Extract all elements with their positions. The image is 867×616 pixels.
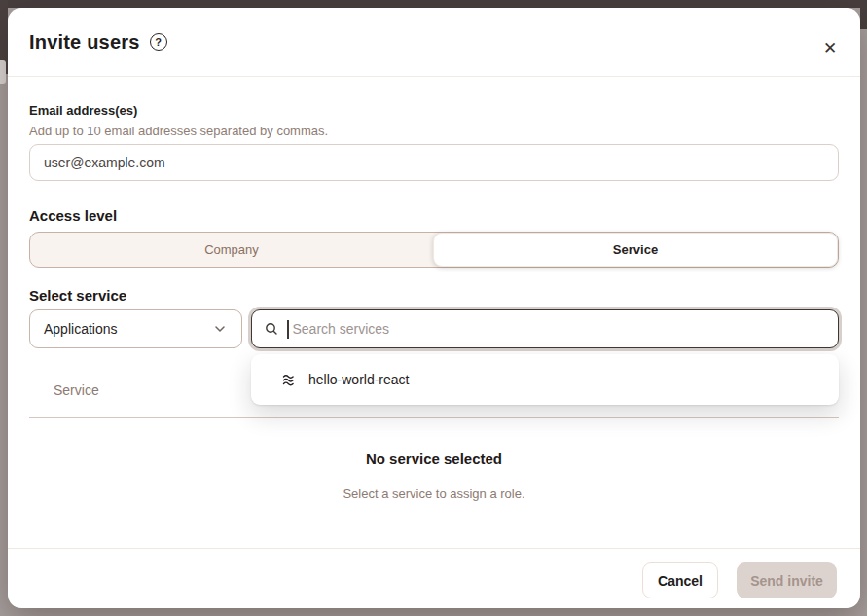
send-invite-button[interactable]: Send invite [737, 562, 837, 598]
background-page-right [860, 0, 867, 29]
empty-state-title: No service selected [8, 451, 860, 467]
service-type-select-value: Applications [44, 321, 118, 337]
background-page-fragment [0, 60, 6, 84]
search-placeholder: Search services [293, 321, 390, 337]
invite-users-modal: Invite users ? ✕ Email address(es) Add u… [8, 8, 860, 608]
text-cursor [287, 320, 289, 339]
empty-state-subtitle: Select a service to assign a role. [8, 487, 860, 501]
chevron-down-icon [212, 321, 228, 337]
search-services-input[interactable]: Search services [251, 309, 839, 348]
modal-title: Invite users [29, 31, 140, 54]
footer-divider [8, 548, 860, 549]
email-field[interactable] [29, 144, 839, 181]
select-service-label: Select service [29, 287, 126, 304]
search-result-item[interactable]: hello-world-react [280, 372, 409, 388]
segment-service[interactable]: Service [433, 233, 838, 267]
email-helper-text: Add up to 10 email addresses separated b… [29, 124, 328, 138]
background-topbar [0, 0, 867, 8]
search-results-dropdown: hello-world-react [251, 354, 839, 405]
access-level-segmented-control: Company Service [29, 232, 839, 268]
service-column-header: Service [54, 382, 99, 398]
close-icon[interactable]: ✕ [819, 37, 841, 58]
stack-icon [280, 372, 297, 388]
service-type-select[interactable]: Applications [29, 309, 242, 348]
search-icon [264, 321, 279, 337]
segment-company[interactable]: Company [30, 233, 433, 267]
access-level-label: Access level [29, 207, 117, 224]
help-icon[interactable]: ? [150, 33, 167, 51]
modal-header: Invite users ? ✕ [8, 8, 860, 77]
table-header-divider [29, 417, 839, 418]
cancel-button[interactable]: Cancel [642, 562, 718, 598]
email-label: Email address(es) [29, 103, 137, 118]
search-result-label: hello-world-react [308, 372, 409, 387]
